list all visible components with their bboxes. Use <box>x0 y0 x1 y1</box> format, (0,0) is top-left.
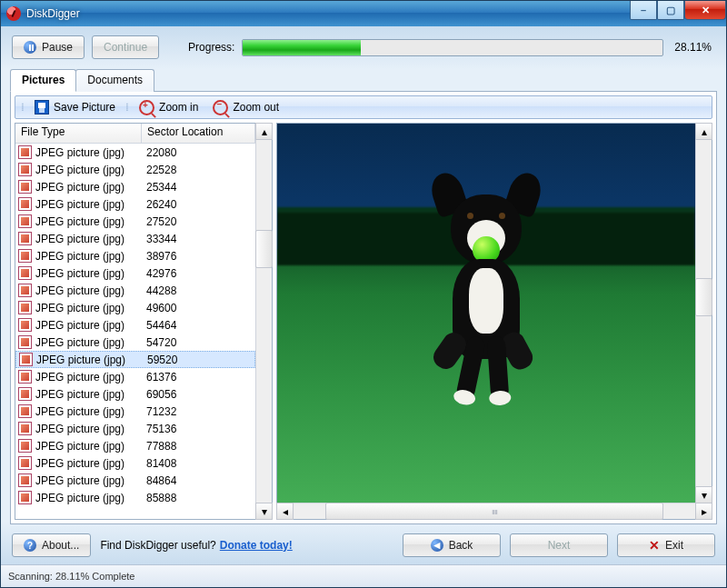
zoom-in-button[interactable]: Zoom in <box>133 97 204 118</box>
exit-label: Exit <box>665 539 683 552</box>
table-row[interactable]: JPEG picture (jpg)69056 <box>15 385 255 403</box>
table-row[interactable]: JPEG picture (jpg)22080 <box>15 144 255 161</box>
table-row[interactable]: JPEG picture (jpg)44288 <box>15 282 255 299</box>
cell-file-type: JPEG picture (jpg) <box>35 302 146 314</box>
table-row[interactable]: JPEG picture (jpg)26240 <box>15 195 255 213</box>
table-row[interactable]: JPEG picture (jpg)27520 <box>15 213 255 230</box>
scroll-thumb[interactable]: ıııı <box>325 503 664 520</box>
continue-button[interactable]: Continue <box>92 35 159 59</box>
scroll-track[interactable] <box>696 139 712 487</box>
table-row[interactable]: JPEG picture (jpg)49600 <box>15 299 255 316</box>
cell-sector: 27520 <box>146 215 255 228</box>
window-title: DiskDigger <box>26 7 80 20</box>
tab-pictures[interactable]: Pictures <box>10 69 76 92</box>
table-row[interactable]: JPEG picture (jpg)71232 <box>15 403 255 420</box>
scroll-up-icon[interactable]: ▴ <box>255 123 273 140</box>
cell-sector: 69056 <box>146 388 255 401</box>
table-row[interactable]: JPEG picture (jpg)77888 <box>15 437 255 454</box>
column-sector[interactable]: Sector Location <box>142 124 255 143</box>
table-row[interactable]: JPEG picture (jpg)25344 <box>15 178 255 195</box>
tab-panel: ⁞ Save Picture ⁞ Zoom in Zoom out <box>10 91 717 524</box>
column-file-type[interactable]: File Type <box>15 124 142 143</box>
table-row[interactable]: JPEG picture (jpg)81408 <box>15 454 255 472</box>
table-row[interactable]: JPEG picture (jpg)59520 <box>15 351 255 368</box>
back-label: Back <box>449 539 473 552</box>
tab-documents[interactable]: Documents <box>75 69 154 92</box>
back-button[interactable]: ◄ Back <box>403 533 501 557</box>
scroll-down-icon[interactable]: ▾ <box>695 486 712 503</box>
table-row[interactable]: JPEG picture (jpg)38976 <box>15 247 255 264</box>
tabstrip: Pictures Documents <box>10 68 717 91</box>
jpeg-file-icon <box>18 163 32 176</box>
zoom-in-label: Zoom in <box>159 101 198 114</box>
maximize-button[interactable]: ▢ <box>657 1 684 20</box>
cell-file-type: JPEG picture (jpg) <box>35 215 146 228</box>
cell-file-type: JPEG picture (jpg) <box>35 198 146 211</box>
toolbar-separator: ⁞ <box>21 101 25 114</box>
save-picture-label: Save Picture <box>54 101 115 114</box>
cell-sector: 22080 <box>146 146 255 159</box>
cell-file-type: JPEG picture (jpg) <box>35 474 146 487</box>
progress-fill <box>243 40 361 55</box>
cell-file-type: JPEG picture (jpg) <box>36 354 147 366</box>
pause-button[interactable]: Pause <box>12 35 85 59</box>
zoom-out-button[interactable]: Zoom out <box>206 97 285 118</box>
zoom-in-icon <box>139 100 154 115</box>
pause-label: Pause <box>42 41 73 54</box>
cell-sector: 61376 <box>146 371 255 384</box>
preview-vertical-scrollbar[interactable]: ▴ ▾ <box>695 124 712 503</box>
table-row[interactable]: JPEG picture (jpg)33344 <box>15 230 255 247</box>
progress-bar <box>242 39 663 56</box>
cell-file-type: JPEG picture (jpg) <box>35 440 146 453</box>
jpeg-file-icon <box>18 145 32 159</box>
scroll-right-icon[interactable]: ▸ <box>695 503 712 520</box>
jpeg-file-icon <box>18 214 32 228</box>
table-row[interactable]: JPEG picture (jpg)42976 <box>15 264 255 282</box>
next-label: Next <box>548 539 571 552</box>
about-button[interactable]: ? About... <box>12 533 91 557</box>
scroll-thumb[interactable] <box>255 230 273 268</box>
table-row[interactable]: JPEG picture (jpg)85888 <box>15 489 255 506</box>
scroll-down-icon[interactable]: ▾ <box>255 503 273 520</box>
cell-sector: 33344 <box>146 233 255 245</box>
list-body[interactable]: JPEG picture (jpg)22080JPEG picture (jpg… <box>15 144 255 519</box>
cell-file-type: JPEG picture (jpg) <box>35 233 146 245</box>
table-row[interactable]: JPEG picture (jpg)84864 <box>15 472 255 489</box>
cell-sector: 77888 <box>146 440 255 453</box>
jpeg-file-icon <box>18 370 32 384</box>
table-row[interactable]: JPEG picture (jpg)54720 <box>15 334 255 351</box>
next-button[interactable]: Next <box>510 533 608 557</box>
exit-button[interactable]: ✕ Exit <box>617 533 715 557</box>
cell-file-type: JPEG picture (jpg) <box>35 164 146 176</box>
cell-file-type: JPEG picture (jpg) <box>35 267 146 280</box>
jpeg-file-icon <box>18 284 32 297</box>
minimize-button[interactable]: – <box>630 1 657 20</box>
close-button[interactable]: ✕ <box>684 1 726 20</box>
vertical-scrollbar[interactable]: ▴ ▾ <box>255 124 272 519</box>
preview-horizontal-scrollbar[interactable]: ◂ ıııı ▸ <box>277 503 712 519</box>
titlebar[interactable]: DiskDigger – ▢ ✕ <box>1 1 726 26</box>
donate-link[interactable]: Donate today! <box>220 539 293 552</box>
scroll-up-icon[interactable]: ▴ <box>695 123 712 140</box>
scroll-left-icon[interactable]: ◂ <box>276 503 294 520</box>
table-row[interactable]: JPEG picture (jpg)54464 <box>15 316 255 334</box>
preview-image <box>277 124 695 503</box>
table-row[interactable]: JPEG picture (jpg)75136 <box>15 420 255 437</box>
footer: ? About... Find DiskDigger useful? Donat… <box>12 533 715 557</box>
minimize-icon: – <box>641 5 646 15</box>
cell-sector: 81408 <box>146 457 255 470</box>
table-row[interactable]: JPEG picture (jpg)61376 <box>15 368 255 385</box>
scroll-track[interactable]: ıııı <box>293 503 696 519</box>
scroll-thumb[interactable] <box>695 278 712 316</box>
table-row[interactable]: JPEG picture (jpg)22528 <box>15 161 255 178</box>
useful-text: Find DiskDigger useful? <box>100 539 215 552</box>
jpeg-file-icon <box>19 353 33 366</box>
zoom-out-label: Zoom out <box>233 101 279 114</box>
cell-sector: 54464 <box>146 319 255 332</box>
scroll-track[interactable] <box>256 139 272 503</box>
app-icon <box>6 6 21 21</box>
client-area: Pause Continue Progress: 28.11% Pictures… <box>1 26 726 564</box>
save-picture-button[interactable]: Save Picture <box>28 97 122 117</box>
cell-sector: 49600 <box>146 302 255 314</box>
cell-file-type: JPEG picture (jpg) <box>35 250 146 263</box>
